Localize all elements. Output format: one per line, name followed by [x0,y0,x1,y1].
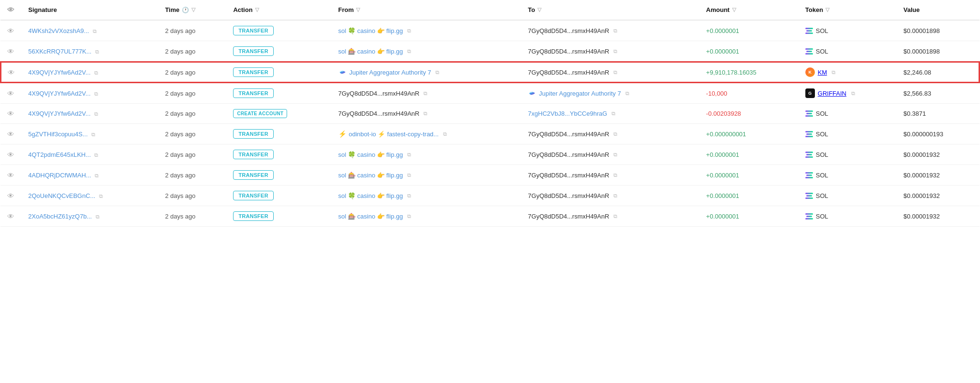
copy-icon[interactable]: ⧉ [851,90,855,97]
token-cell: SOL [805,172,890,179]
copy-icon[interactable]: ⧉ [407,28,411,34]
token-cell: SOL [805,48,890,55]
copy-icon[interactable]: ⧉ [423,90,427,97]
eye-cell: 👁 [0,165,22,186]
signature-header-label: Signature [28,6,57,13]
eye-cell: 👁 [0,206,22,227]
action-filter-icon[interactable]: ▽ [255,7,259,13]
time-value: 2 days ago [165,213,196,220]
copy-icon[interactable]: ⧉ [832,69,835,76]
eye-cell: 👁 [0,62,22,83]
signature-link[interactable]: 4X9QVjYJYfw6Ad2V... [28,90,90,97]
copy-icon[interactable]: ⧉ [625,90,629,97]
sig-copy-icon[interactable]: ⧉ [96,214,100,220]
eye-icon[interactable]: 👁 [7,212,14,220]
from-link[interactable]: Jupiter Aggregator Authority 7 [349,69,431,76]
signature-link[interactable]: 4X9QVjYJYfw6Ad2V... [28,110,90,117]
signature-link[interactable]: 4ADHQRjDCfWMAH... [28,172,91,179]
from-td: sol 🎰 casino 👉 flip.gg ⧉ [332,206,522,227]
signature-cell: 4X9QVjYJYfw6Ad2V... ⧉ [22,62,158,83]
sig-copy-icon[interactable]: ⧉ [94,91,98,97]
signature-link[interactable]: 4QT2pdmE645xLKH... [28,151,91,158]
token-filter-icon[interactable]: ▽ [825,7,829,13]
sig-copy-icon[interactable]: ⧉ [94,70,98,76]
value-cell: $0.00001932 [897,144,980,165]
signature-link[interactable]: 2QoUeNKQCvEBGnC... [28,192,95,199]
eye-icon[interactable]: 👁 [7,192,14,200]
from-td: 7GyQ8dD5D4...rsmxH49AnR ⧉ [332,83,522,104]
copy-icon[interactable]: ⧉ [407,193,411,199]
eye-icon[interactable]: 👁 [7,89,14,98]
amount-value: +0.0000001 [706,27,739,34]
from-col-header[interactable]: From ▽ [332,0,522,20]
token-td: G GRIFFAIN ⧉ [799,83,897,104]
signature-link[interactable]: 2XoA5bcHZ61yzQ7b... [28,213,92,220]
eye-icon[interactable]: 👁 [7,27,14,35]
copy-icon[interactable]: ⧉ [613,131,617,137]
signature-link[interactable]: 56XKcRRQ7UL777K... [28,48,91,55]
to-filter-icon[interactable]: ▽ [537,7,541,13]
amount-filter-icon[interactable]: ▽ [732,7,736,13]
sig-copy-icon[interactable]: ⧉ [94,111,98,117]
eye-icon[interactable]: 👁 [7,109,14,118]
from-filter-icon[interactable]: ▽ [356,7,360,13]
action-col-header[interactable]: Action ▽ [226,0,331,20]
to-addr: 7GyQ8dD5D4...rsmxH49AnR [528,131,609,138]
from-link[interactable]: odinbot-io ⚡ fastest-copy-trad... [349,131,439,138]
token-col-header[interactable]: Token ▽ [799,0,897,20]
copy-icon[interactable]: ⧉ [613,193,617,199]
value-col-header: Value [897,0,980,20]
token-link[interactable]: KM [818,69,827,76]
sig-copy-icon[interactable]: ⧉ [93,28,97,34]
from-link[interactable]: sol 🍀 casino 👉 flip.gg [338,27,403,34]
copy-icon[interactable]: ⧉ [407,172,411,178]
copy-icon[interactable]: ⧉ [613,48,617,55]
token-link[interactable]: GRIFFAIN [818,90,846,97]
from-link[interactable]: sol 🎰 casino 👉 flip.gg [338,172,403,179]
copy-icon[interactable]: ⧉ [613,69,617,76]
eye-icon[interactable]: 👁 [7,151,14,159]
from-cell: Jupiter Aggregator Authority 7 ⧉ [338,68,515,77]
from-link[interactable]: sol 🎰 casino 👉 flip.gg [338,48,403,55]
time-header-label: Time [165,6,179,13]
copy-icon[interactable]: ⧉ [407,48,411,55]
amount-cell: -10,000 [700,83,799,104]
copy-icon[interactable]: ⧉ [613,213,617,219]
copy-icon[interactable]: ⧉ [407,213,411,219]
copy-icon[interactable]: ⧉ [435,69,439,76]
action-badge: TRANSFER [233,67,273,77]
from-link[interactable]: sol 🍀 casino 👉 flip.gg [338,192,403,199]
to-link[interactable]: 7xgHC2VbJ8...YbCCe9hraG [528,110,607,117]
sig-copy-icon[interactable]: ⧉ [99,193,103,199]
eye-icon[interactable]: 👁 [7,47,14,55]
copy-icon[interactable]: ⧉ [423,110,427,117]
from-td: Jupiter Aggregator Authority 7 ⧉ [332,62,522,83]
km-token-icon: K [805,67,815,77]
token-label: SOL [816,151,828,158]
copy-icon[interactable]: ⧉ [613,152,617,158]
signature-link[interactable]: 4X9QVjYJYfw6Ad2V... [28,69,90,76]
from-td: 7GyQ8dD5D4...rsmxH49AnR ⧉ [332,104,522,124]
copy-icon[interactable]: ⧉ [613,172,617,178]
to-col-header[interactable]: To ▽ [521,0,699,20]
eye-icon[interactable]: 👁 [7,130,14,138]
time-col-header[interactable]: Time 🕐 ▽ [158,0,227,20]
time-filter-icon[interactable]: ▽ [191,7,195,13]
sig-copy-icon[interactable]: ⧉ [95,173,99,179]
to-cell: 7GyQ8dD5D4...rsmxH49AnR ⧉ [528,172,692,179]
signature-link[interactable]: 5gZVTHif3copuu4S... [28,131,88,138]
copy-icon[interactable]: ⧉ [407,152,411,158]
copy-icon[interactable]: ⧉ [613,28,617,34]
sig-copy-icon[interactable]: ⧉ [91,131,95,138]
to-link[interactable]: Jupiter Aggregator Authority 7 [539,90,621,97]
copy-icon[interactable]: ⧉ [443,131,447,137]
eye-icon[interactable]: 👁 [8,68,15,77]
signature-link[interactable]: 4WKsh2vVXozshA9... [28,27,89,34]
from-link[interactable]: sol 🎰 casino 👉 flip.gg [338,213,403,220]
from-link[interactable]: sol 🍀 casino 👉 flip.gg [338,151,403,158]
sig-copy-icon[interactable]: ⧉ [94,152,98,158]
eye-icon[interactable]: 👁 [7,171,14,179]
amount-col-header[interactable]: Amount ▽ [700,0,799,20]
copy-icon[interactable]: ⧉ [612,110,615,117]
sig-copy-icon[interactable]: ⧉ [95,49,99,55]
